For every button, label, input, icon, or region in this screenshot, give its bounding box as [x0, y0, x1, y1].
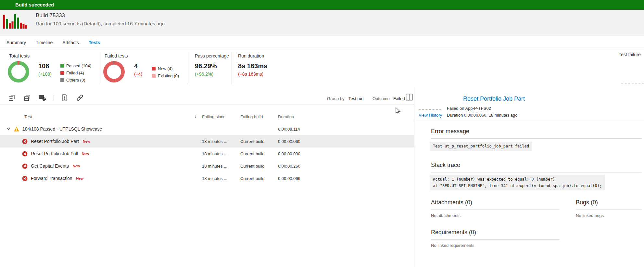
duration-cell: 0:00:00.090: [278, 151, 317, 156]
view-history-link[interactable]: View History: [419, 113, 442, 118]
run-duration-label: Run duration: [238, 53, 264, 58]
outcome-label: Outcome: [373, 96, 390, 101]
failed-tests-donut: [103, 61, 125, 83]
copy-link-icon[interactable]: [76, 94, 83, 101]
attachments-empty-text: No attachments: [431, 213, 461, 218]
test-table-body: 104/108 Passed - UTPLSQL Showcase 0:00:0…: [0, 123, 414, 184]
failing-since-cell: 18 minutes ...: [201, 139, 240, 144]
run-duration-delta: (+8s 163ms): [238, 71, 263, 77]
total-tests-delta: (+108): [38, 71, 52, 77]
failing-build-cell[interactable]: Current build: [240, 164, 278, 169]
total-tests-legend: Passed (104) Failed (4) Others (0): [60, 63, 91, 83]
test-group-row[interactable]: 104/108 Passed - UTPLSQL Showcase 0:00:0…: [0, 123, 414, 135]
new-badge: New: [73, 164, 80, 168]
tab-timeline[interactable]: Timeline: [36, 40, 53, 45]
failed-on-text: Failed on App-P-TFS02: [447, 106, 491, 111]
failed-test-icon: [22, 139, 28, 144]
failing-since-cell: 18 minutes ...: [201, 176, 240, 181]
failed-legend-label: Failed (4): [66, 70, 84, 75]
requirements-empty-text: No linked requirements: [431, 243, 474, 248]
failing-build-cell[interactable]: Current build: [240, 176, 278, 181]
others-swatch: [60, 78, 64, 82]
test-name: Reset Portfolio Job Part: [31, 139, 79, 144]
existing-legend-label: Existing (0): [158, 73, 179, 78]
expand-all-icon[interactable]: [8, 94, 15, 101]
sort-descending-icon: ↓: [194, 114, 196, 119]
table-row[interactable]: Forward Transaction New 18 minutes ... C…: [0, 172, 414, 184]
failing-build-cell[interactable]: Current build: [240, 151, 278, 156]
failed-test-icon: [22, 151, 28, 157]
tab-summary[interactable]: Summary: [6, 40, 26, 45]
error-message-heading: Error message: [431, 128, 469, 135]
bugs-empty-text: No linked bugs: [576, 213, 604, 218]
build-subtitle: Ran for 100 seconds (Default), completed…: [36, 21, 165, 26]
error-document-icon[interactable]: [61, 94, 68, 101]
total-tests-value: 108: [38, 62, 49, 70]
tab-tests[interactable]: Tests: [89, 40, 100, 45]
failing-build-cell[interactable]: Current build: [240, 139, 278, 144]
mouse-cursor: [395, 107, 401, 115]
run-settings-icon[interactable]: [38, 94, 46, 101]
total-tests-donut: [8, 61, 29, 83]
failed-tests-value: 4: [134, 62, 138, 70]
pass-percentage-label: Pass percentage: [195, 53, 229, 58]
details-duration-text: Duration 0:00:00.060, 18 minutes ago: [447, 113, 518, 118]
failed-test-icon: [22, 176, 28, 181]
column-failing-build[interactable]: Failing build: [240, 114, 278, 119]
test-name: Forward Transaction: [31, 176, 72, 181]
failed-tests-legend: New (4) Existing (0): [152, 66, 179, 78]
collapse-all-icon[interactable]: [24, 94, 31, 101]
test-details-panel: Reset Portfolio Job Part Failed on App-P…: [414, 87, 644, 267]
test-name: Get Capital Events: [31, 163, 69, 169]
duration-cell: 0:00:00.060: [278, 139, 317, 144]
failed-tests-label: Failed tests: [105, 53, 128, 58]
pass-percentage-delta: (+96.2%): [195, 71, 213, 77]
new-badge: New: [83, 139, 90, 143]
stack-trace-text: Actual: 1 (number) was expected to equal…: [430, 175, 605, 190]
table-row[interactable]: Reset Portfolio Job Full New 18 minutes …: [0, 147, 414, 160]
outcome-value[interactable]: Failed: [393, 96, 405, 101]
warning-icon: [14, 126, 19, 132]
details-test-title: Reset Portfolio Job Part: [463, 95, 525, 102]
new-swatch: [152, 67, 156, 70]
details-header-divider: [414, 122, 644, 122]
passed-swatch: [60, 64, 64, 68]
build-title: Build 75333: [36, 12, 65, 19]
stack-trace-heading: Stack trace: [431, 162, 460, 169]
pass-percentage-value: 96.29%: [195, 62, 217, 70]
test-stats-strip: Total tests 108 (+108) Passed (104) Fail…: [0, 49, 644, 87]
others-legend-label: Others (0): [66, 78, 85, 83]
trend-sparkline-placeholder: [621, 83, 644, 83]
build-history-bars-icon: [3, 13, 29, 29]
history-sparkline-placeholder: [419, 109, 441, 110]
group-row-duration: 0:00:08.114: [278, 127, 317, 132]
column-duration[interactable]: Duration: [278, 114, 317, 119]
column-test[interactable]: Test: [24, 114, 32, 119]
bugs-heading: Bugs (0): [576, 199, 598, 206]
table-row[interactable]: Reset Portfolio Job Part New 18 minutes …: [0, 135, 414, 147]
failed-tests-delta: (+4): [134, 71, 142, 77]
passed-legend-label: Passed (104): [66, 63, 91, 68]
error-message-text: Test ut_p_reset_portfolio_job_part faile…: [430, 142, 532, 151]
tab-artifacts[interactable]: Artifacts: [62, 40, 79, 45]
failed-swatch: [60, 71, 64, 75]
duration-cell: 0:00:00.066: [278, 176, 317, 181]
details-pane-toggle-icon[interactable]: [406, 94, 413, 101]
build-status-text: Build succeeded: [15, 0, 54, 10]
new-badge: New: [76, 176, 84, 180]
duration-cell: 0:00:00.260: [278, 164, 317, 169]
failing-since-cell: 18 minutes ...: [201, 151, 240, 156]
test-failure-trend-label: Test failure: [619, 52, 641, 57]
new-badge: New: [82, 152, 89, 156]
table-row[interactable]: Get Capital Events New 18 minutes ... Cu…: [0, 160, 414, 172]
new-legend-label: New (4): [158, 66, 173, 71]
group-by-label: Group by: [327, 96, 344, 101]
total-tests-label: Total tests: [9, 53, 30, 58]
group-by-value[interactable]: Test run: [348, 96, 363, 101]
build-status-bar: Build succeeded: [0, 0, 644, 10]
chevron-down-icon[interactable]: [6, 127, 11, 131]
column-failing-since[interactable]: Failing since: [201, 114, 240, 119]
test-table-header: Test ↓ Failing since Failing build Durat…: [0, 110, 414, 123]
requirements-heading: Requirements (0): [431, 229, 476, 236]
group-row-title: 104/108 Passed - UTPLSQL Showcase: [22, 126, 102, 132]
